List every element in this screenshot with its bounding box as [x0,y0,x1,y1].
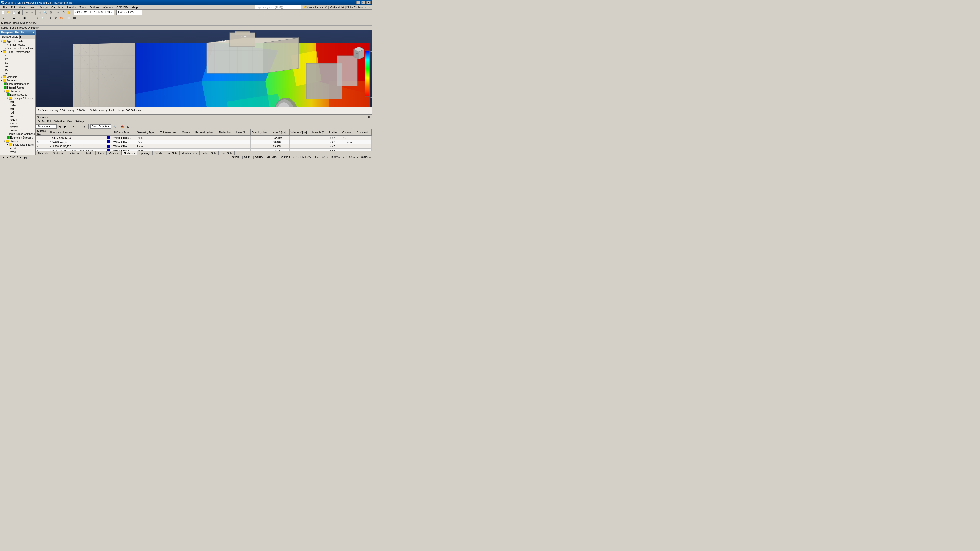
bgrid-btn[interactable]: BGRID [253,156,264,159]
btab-line-sets[interactable]: Line Sets [164,151,180,155]
glines-btn[interactable]: GLINES [266,156,278,159]
btab-sections[interactable]: Sections [51,151,65,155]
status-next-btn[interactable]: ▶ [19,156,23,159]
3d-cube-indicator[interactable]: XZ [351,45,366,61]
tree-phiy[interactable]: φy [0,68,35,71]
btab-thicknesses[interactable]: Thicknesses [65,151,84,155]
tree-basic-stresses[interactable]: Basic Stresses [0,93,35,97]
tree-phix[interactable]: φx [0,64,35,68]
btab-solids[interactable]: Solids [153,151,164,155]
tree-internal-forces[interactable]: Internal Forces [0,86,35,89]
tb-new-row[interactable]: + [71,124,76,129]
grid-btn[interactable]: GRID [242,156,251,159]
structure-dropdown[interactable]: Structure ▼ [36,124,57,129]
tb-delete-row[interactable]: - [76,124,82,129]
tb-export[interactable]: 📤 [120,124,125,129]
menu-assign[interactable]: Assign [38,6,49,9]
menu-calculate[interactable]: Calculate [50,6,65,9]
restore-button[interactable]: ❐ [361,1,366,4]
tb-wire[interactable]: ⬜ [66,16,72,21]
tree-surfaces[interactable]: ▼ Surfaces [0,79,35,82]
table-row[interactable]: 4 4-9,268,37-58,270 Without Thick... Pla… [36,144,372,149]
tb-color[interactable]: 🎨 [59,16,64,21]
tb-redo[interactable]: ↪ [30,10,35,15]
tb-member[interactable]: ▬ [11,16,16,21]
tb-zoom-in[interactable]: 🔍 [37,10,42,15]
keyword-search[interactable]: Type a keyword (Alt+Q) [255,5,301,10]
tb-fit[interactable]: ⊡ [48,10,53,15]
basic-objects-dropdown[interactable]: Basic Objects ▼ [90,124,111,129]
tb-solid[interactable]: ◼ [22,16,27,21]
status-prev-btn[interactable]: ◀ [6,156,9,159]
tb-open[interactable]: 📂 [6,10,11,15]
btab-materials[interactable]: Materials [36,151,51,155]
btab-member-sets[interactable]: Member Sets [180,151,199,155]
btab-members[interactable]: Members [107,151,122,155]
tb-line[interactable]: — [6,16,11,21]
tb-display[interactable]: 👁 [53,16,59,21]
tb-prev[interactable]: ◀ [57,124,62,129]
menu-edit[interactable]: Edit [9,6,17,9]
btab-lines[interactable]: Lines [96,151,107,155]
nav-close-btn[interactable]: ✕ [32,31,35,34]
tree-strains[interactable]: ▼ Strains [0,139,35,143]
menu-results[interactable]: Results [65,6,78,9]
tb-print-table[interactable]: 🖨 [125,124,130,129]
tb-pan[interactable]: ✋ [66,10,72,15]
tree-uz[interactable]: uz [0,61,35,64]
viewport-3d[interactable]: 175.00 80.00 max min XZ [36,30,372,106]
tb-select[interactable]: ↖ [56,10,61,15]
table-menu-goto[interactable]: Go To [37,120,46,123]
menu-view[interactable]: View [18,6,27,9]
btab-solid-sets[interactable]: Solid Sets [218,151,234,155]
tree-equiv-stress[interactable]: Equivalent Stresses [0,136,35,139]
tree-tmax[interactable]: ○ τmax [0,129,35,132]
tree-s1m2[interactable]: ○ σ1.m [0,118,35,121]
btab-openings[interactable]: Openings [137,151,153,155]
table-menu-edit[interactable]: Edit [46,120,52,123]
tree-s1m[interactable]: ○ σ1- [0,107,35,111]
status-last-btn[interactable]: ▶| [24,156,27,159]
tree-tm[interactable]: ○ τm [0,114,35,118]
tree-final-results[interactable]: ○ Final Results [0,43,35,46]
tree-vmax[interactable]: ● Vmax [0,125,35,129]
btab-nodes[interactable]: Nodes [84,151,96,155]
tb-zoom-out[interactable]: 🔍 [43,10,48,15]
tree-stresses[interactable]: ▼ Stresses [0,89,35,93]
nav-arrow-btn[interactable]: ▶ [20,35,22,39]
menu-window[interactable]: Window [101,6,115,9]
tree-elastic[interactable]: Elastic Stress Components [0,132,35,136]
table-menu-view[interactable]: View [66,120,74,123]
tb-copy[interactable]: ⎘ [82,124,87,129]
tree-eyy-p[interactable]: ● εyy+ [0,150,35,154]
tb-surface[interactable]: ▪ [17,16,22,21]
tb-load[interactable]: ↓ [35,16,40,21]
tb-save[interactable]: 💾 [11,10,16,15]
tree-uy[interactable]: uy [0,57,35,61]
tree-item-type-of-results[interactable]: ▼ Type of results [0,39,35,43]
tb-undo[interactable]: ↩ [24,10,29,15]
tree-members[interactable]: ▶ Members [0,75,35,79]
tree-s2p[interactable]: ○ σ2+ [0,103,35,107]
tree-diff-initial[interactable]: ○ Differences to initial state [0,46,35,50]
menu-help[interactable]: Help [130,6,139,9]
menu-file[interactable]: File [1,6,9,9]
tb-result[interactable]: 📊 [40,16,45,21]
close-button[interactable]: ✕ [366,1,371,4]
table-row[interactable]: 1 16,17,28,65-47,18 Without Thick... Pla… [36,136,372,140]
btab-surfaces[interactable]: Surfaces [122,151,137,155]
table-menu-settings[interactable]: Settings [74,120,85,123]
tb-support[interactable]: ⊥ [30,16,35,21]
minimize-button[interactable]: — [356,1,360,4]
tb-rotate[interactable]: ↻ [61,10,66,15]
table-row[interactable]: 3 19-26,36-45,27 Without Thick... Plane [36,140,372,144]
tree-basic-total-strains[interactable]: ▼ Basic Total Strains [0,143,35,146]
tree-exx-p[interactable]: ● εxx+ [0,146,35,150]
menu-cad-bim[interactable]: CAD-BIM [115,6,130,9]
tb-print[interactable]: 🖨 [17,10,22,15]
tree-principal-stresses[interactable]: ▼ Principal Stresses [0,97,35,100]
tb-solid-render[interactable]: ⬛ [72,16,77,21]
tree-phiz[interactable]: φz [0,71,35,75]
snap-btn[interactable]: SNAP [231,156,240,159]
btab-surface-sets[interactable]: Surface Sets [199,151,218,155]
